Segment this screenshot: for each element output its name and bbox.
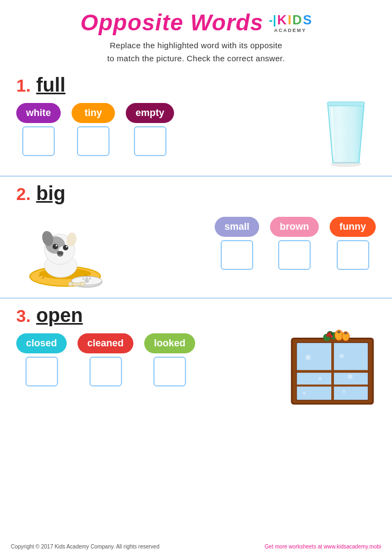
option-small-badge[interactable]: small [215, 217, 259, 237]
section-3-options-row: closed cleaned looked [16, 333, 195, 386]
subtitle: Replace the highlighted word with its op… [11, 39, 381, 65]
svg-text:❄: ❄ [302, 390, 306, 396]
option-group-funny: funny [330, 217, 376, 270]
option-group-looked: looked [144, 333, 195, 386]
section-1-options: white tiny empty [16, 103, 305, 156]
logo-i: I [288, 12, 292, 28]
section-3: 3. open closed cleaned looked [0, 298, 392, 441]
svg-point-1 [330, 162, 362, 167]
section-3-options-col: closed cleaned looked [16, 333, 195, 386]
svg-point-15 [80, 282, 85, 286]
option-closed-badge[interactable]: closed [16, 333, 67, 353]
logo-box: -| K I D S ACADEMY [269, 12, 312, 33]
svg-point-9 [85, 279, 89, 283]
logo-d: D [292, 12, 301, 28]
svg-point-47 [328, 332, 331, 335]
question-3-number: 3. [16, 306, 31, 326]
question-2-word: big [36, 182, 66, 205]
svg-point-46 [330, 335, 333, 338]
svg-point-25 [66, 246, 68, 248]
option-looked-badge[interactable]: looked [144, 333, 195, 353]
option-group-brown: brown [270, 217, 319, 270]
svg-text:❄: ❄ [318, 376, 322, 382]
option-group-tiny: tiny [72, 103, 115, 156]
section-1-content: white tiny empty [16, 103, 376, 170]
logo-top: -| K I D S [269, 12, 312, 28]
option-funny-checkbox[interactable] [337, 240, 369, 270]
dog-svg [16, 211, 111, 290]
svg-point-11 [86, 277, 88, 279]
section-2-content: small brown funny [16, 211, 376, 292]
cta-text: Get more worksheets at www.kidsacademy.m… [265, 544, 381, 550]
glass-image [316, 98, 376, 170]
glass-svg [316, 98, 376, 168]
svg-rect-0 [327, 102, 364, 106]
section-3-content: closed cleaned looked [16, 333, 376, 409]
page-title: Opposite Words [80, 10, 264, 36]
option-group-closed: closed [16, 333, 67, 386]
svg-point-24 [56, 245, 57, 247]
question-2-line: 2. big [16, 182, 376, 205]
svg-rect-43 [337, 331, 340, 333]
header: Opposite Words -| K I D S ACADEMY Replac… [0, 0, 392, 68]
option-small-checkbox[interactable] [221, 240, 253, 270]
question-2-number: 2. [16, 184, 31, 204]
svg-point-14 [68, 282, 73, 286]
window-image: ❄ ❄ ❄ ❄ ❄ ❄ [289, 328, 376, 409]
logo-academy: ACADEMY [274, 28, 307, 33]
option-tiny-badge[interactable]: tiny [72, 103, 115, 123]
svg-point-10 [82, 278, 85, 280]
option-group-small: small [215, 217, 259, 270]
window-svg: ❄ ❄ ❄ ❄ ❄ ❄ [289, 328, 376, 406]
dog-image [16, 211, 111, 292]
option-white-badge[interactable]: white [16, 103, 61, 123]
option-funny-badge[interactable]: funny [330, 217, 376, 237]
svg-point-23 [63, 245, 68, 250]
svg-rect-44 [344, 332, 348, 334]
option-brown-checkbox[interactable] [278, 240, 311, 270]
option-looked-checkbox[interactable] [153, 357, 186, 386]
logo-dash-icon: -| [269, 13, 276, 27]
svg-text:❄: ❄ [342, 389, 346, 395]
option-tiny-checkbox[interactable] [77, 126, 110, 156]
section-1: 1. full white tiny empty [0, 68, 392, 176]
option-white-checkbox[interactable] [22, 126, 55, 156]
section-2: 2. big [0, 176, 392, 298]
question-1-word: full [36, 74, 66, 96]
svg-point-12 [89, 278, 91, 280]
svg-text:❄: ❄ [305, 353, 312, 362]
option-empty-badge[interactable]: empty [126, 103, 174, 123]
question-3-word: open [36, 304, 83, 327]
option-group-cleaned: cleaned [78, 333, 133, 386]
option-cleaned-checkbox[interactable] [89, 357, 122, 386]
question-1-number: 1. [16, 76, 31, 96]
logo-k: K [277, 12, 286, 28]
option-brown-badge[interactable]: brown [270, 217, 319, 237]
svg-text:❄: ❄ [347, 373, 354, 381]
question-3-line: 3. open [16, 304, 376, 327]
option-group-white: white [16, 103, 61, 156]
option-cleaned-badge[interactable]: cleaned [78, 333, 133, 353]
svg-point-22 [53, 244, 58, 249]
footer: Copyright © 2017 Kids Academy Company. A… [0, 544, 392, 550]
question-1-line: 1. full [16, 74, 376, 96]
title-row: Opposite Words -| K I D S ACADEMY [11, 10, 381, 36]
option-empty-checkbox[interactable] [134, 126, 166, 156]
option-group-empty: empty [126, 103, 174, 156]
section-2-options: small brown funny [215, 217, 376, 270]
option-closed-checkbox[interactable] [25, 357, 58, 386]
svg-text:❄: ❄ [339, 352, 344, 359]
logo-s: S [303, 12, 312, 28]
copyright-text: Copyright © 2017 Kids Academy Company. A… [11, 544, 159, 550]
